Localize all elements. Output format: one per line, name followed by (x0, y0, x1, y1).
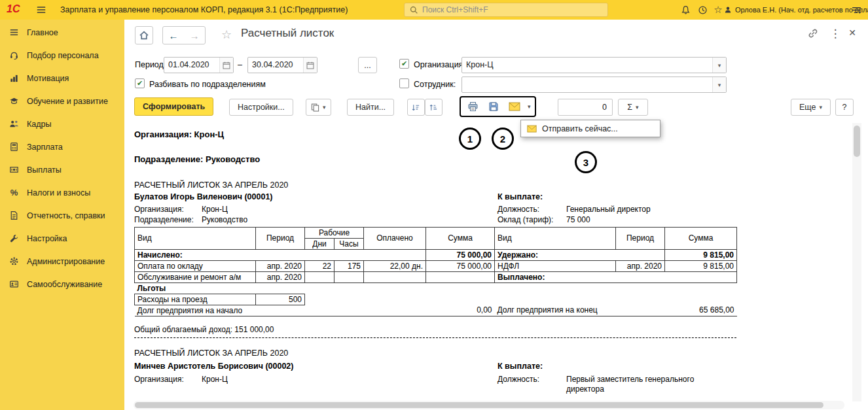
home-button[interactable] (135, 26, 153, 44)
nav-history-group: ← → (162, 26, 206, 44)
main-area: ← → ☆ Расчетный листок ⋮ ✕ Период: 01.04… (124, 20, 868, 410)
global-search-input[interactable]: Поиск Ctrl+Shift+F (404, 3, 608, 17)
graduation-cap-icon (9, 95, 20, 107)
autosum-button[interactable]: Σ ▾ (618, 99, 648, 116)
payslip-table: Вид Период Рабочие Оплачено Сумма Вид Пе… (134, 227, 737, 316)
more-menu-icon[interactable]: ⋮ (829, 27, 842, 41)
period-to-value: 30.04.2020 (248, 58, 303, 73)
more-actions-button[interactable]: Еще ▾ (791, 99, 831, 116)
position-value: Первый заместитель генерального директор… (566, 375, 714, 394)
find-button[interactable]: Найти... (347, 99, 394, 116)
employee-combo[interactable]: ▾ (461, 77, 727, 93)
page-title: Расчетный листок (241, 27, 334, 40)
sidebar-item-recruiting[interactable]: Подбор персонала (0, 44, 124, 67)
search-icon (410, 6, 418, 14)
forward-button[interactable]: → (184, 27, 205, 44)
calendar-icon[interactable] (219, 58, 233, 73)
send-email-dropdown-icon[interactable]: ▾ (526, 103, 533, 110)
cell: Выплачено: (495, 272, 737, 283)
payslip-title: РАСЧЕТНЫЙ ЛИСТОК ЗА АПРЕЛЬ 2020 (134, 180, 288, 190)
cell: 9 815,00 (665, 261, 737, 272)
vertical-scrollbar[interactable] (852, 123, 861, 401)
col-header: Период (616, 228, 665, 250)
org-value: Крон-Ц (202, 375, 228, 384)
cell: Удержано: (495, 250, 665, 261)
app-title: Зарплата и управление персоналом КОРП, р… (60, 5, 348, 14)
close-icon[interactable]: ✕ (846, 27, 859, 38)
salary-value: 75 000 (566, 215, 590, 224)
payslip-title: РАСЧЕТНЫЙ ЛИСТОК ЗА АПРЕЛЬ 2020 (134, 349, 288, 358)
sidebar-item-label: Подбор персонала (27, 51, 99, 60)
sidebar-item-staff[interactable]: Кадры (0, 112, 124, 135)
employee-name: Минчев Аристотель Борисович (00002) (134, 362, 293, 371)
col-header: Дни (305, 239, 335, 250)
sidebar-item-reports[interactable]: Отчетность, справки (0, 204, 124, 227)
organization-checkbox[interactable]: ✔ (399, 59, 409, 69)
send-now-menu-item[interactable]: Отправить сейчас... (520, 120, 660, 137)
get-link-icon[interactable] (808, 28, 821, 39)
sidebar-item-main[interactable]: Главное (0, 21, 124, 44)
envelope-icon (509, 102, 520, 111)
notifications-bell-icon[interactable] (678, 3, 693, 17)
sidebar-item-taxes[interactable]: % Налоги и взносы (0, 181, 124, 204)
col-header: Часы (335, 239, 364, 250)
help-button[interactable]: ? (835, 99, 854, 116)
organization-combo[interactable]: Крон-Ц ▾ (461, 57, 727, 73)
sidebar-item-salary[interactable]: Зарплата (0, 135, 124, 158)
favorite-toggle-icon[interactable]: ☆ (221, 27, 232, 42)
employee-label: Сотрудник: (414, 80, 456, 89)
period-from-input[interactable]: 01.04.2020 (164, 57, 234, 73)
report-area[interactable]: Организация: Крон-Ц Подразделение: Руков… (124, 123, 850, 410)
document-icon (9, 210, 20, 221)
annotation-circle-3: 3 (575, 151, 597, 173)
banknote-icon (9, 164, 20, 175)
vertical-scrollbar-thumb[interactable] (854, 126, 860, 157)
split-by-departments-checkbox[interactable]: ✔ (135, 78, 145, 88)
debt-row: Долг предприятия на начало 0,00 Долг пре… (135, 305, 737, 316)
service-menu-icon[interactable] (849, 3, 863, 17)
highlighted-toolbar-group: ▾ (460, 96, 536, 117)
favorites-star-icon[interactable]: ☆ (711, 3, 725, 17)
employee-checkbox[interactable] (399, 78, 409, 88)
sidebar-item-training[interactable]: Обучение и развитие (0, 90, 124, 112)
period-to-input[interactable]: 30.04.2020 (247, 57, 317, 73)
col-header: Рабочие (305, 228, 364, 239)
cell: Оплата по окладу (135, 261, 256, 272)
period-choose-button[interactable]: ... (358, 57, 377, 73)
current-user[interactable]: Орлова Е.Н. (Нач. отд. расчетов по оплат… (724, 3, 868, 17)
sidebar-item-payments[interactable]: Выплаты (0, 158, 124, 181)
sidebar-item-label: Обучение и развитие (27, 97, 108, 106)
send-email-button[interactable] (505, 98, 524, 115)
generate-button[interactable]: Сформировать (134, 97, 213, 116)
horizontal-scrollbar[interactable] (134, 401, 844, 409)
calendar-icon[interactable] (303, 58, 317, 73)
check-icon: ✔ (401, 60, 407, 67)
sidebar-item-self-service[interactable]: Самообслуживание (0, 273, 124, 296)
position-label: Должность: (497, 205, 539, 214)
sidebar-item-administration[interactable]: Администрирование (0, 250, 124, 273)
sidebar-item-label: Отчетность, справки (27, 211, 105, 220)
settings-button[interactable]: Настройки... (229, 99, 293, 116)
back-button[interactable]: ← (163, 27, 184, 44)
history-icon[interactable] (695, 3, 710, 17)
percent-icon: % (9, 187, 20, 198)
save-button[interactable] (484, 98, 503, 115)
horizontal-scrollbar-thumb[interactable] (135, 402, 823, 408)
expand-groups-button[interactable] (407, 99, 425, 116)
cell: апр. 2020 (616, 261, 665, 272)
main-menu-icon[interactable] (34, 3, 48, 17)
sidebar: Главное Подбор персонала Мотивация Обуче… (0, 20, 124, 410)
print-button[interactable] (463, 98, 482, 115)
sidebar-item-settings[interactable]: Настройка (0, 227, 124, 250)
report-variants-button[interactable]: ▾ (306, 99, 331, 116)
employee-value (462, 77, 712, 92)
col-header: Вид (135, 228, 256, 250)
position-value: Генеральный директор (566, 205, 651, 214)
sidebar-item-motivation[interactable]: Мотивация (0, 67, 124, 90)
organization-dropdown-icon[interactable]: ▾ (712, 58, 726, 73)
sigma-glyph: Σ (627, 103, 632, 112)
employee-dropdown-icon[interactable]: ▾ (712, 77, 726, 92)
collapse-groups-button[interactable] (425, 99, 443, 116)
cells-sum-field[interactable]: 0 (558, 99, 613, 116)
cell: 9 815,00 (665, 250, 737, 261)
